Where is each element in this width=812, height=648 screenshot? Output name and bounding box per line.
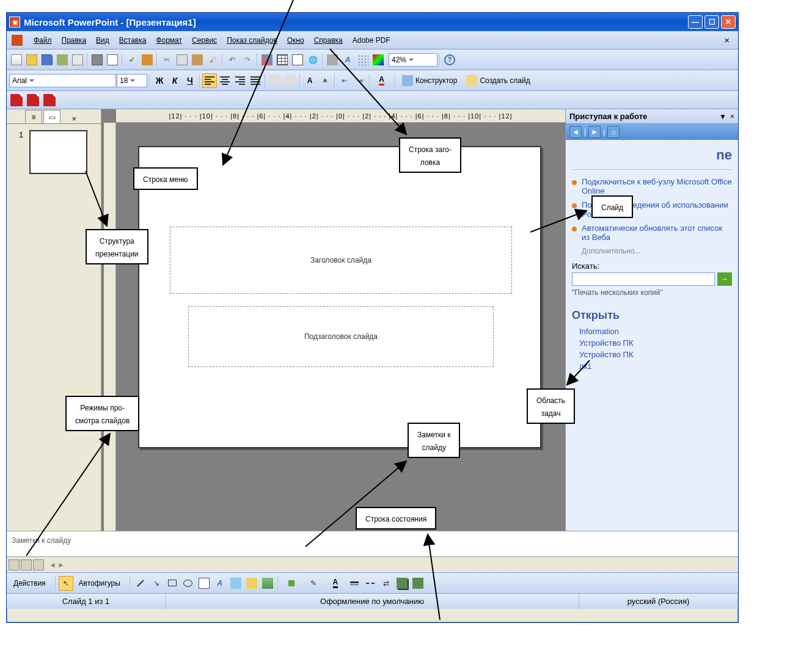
zoom-combo[interactable]: 42% — [389, 53, 437, 67]
slideshow-view-button[interactable] — [33, 559, 44, 570]
arrow-button[interactable]: ↘ — [149, 576, 164, 591]
menu-slideshow[interactable]: Показ слайдов — [222, 34, 282, 46]
font-combo[interactable]: Arial — [9, 74, 116, 87]
dash-style-button[interactable] — [363, 576, 378, 591]
sorter-view-button[interactable] — [21, 559, 32, 570]
menu-tools[interactable]: Сервис — [187, 34, 222, 46]
align-left-button[interactable] — [202, 73, 217, 88]
copy-button[interactable] — [175, 53, 189, 67]
select-button[interactable]: ↖ — [59, 576, 73, 591]
tp-more-link[interactable]: Дополнительно... — [572, 247, 732, 255]
line-color-button[interactable]: ✎ — [303, 576, 324, 591]
decrease-font-button[interactable]: A — [318, 73, 332, 88]
save-button[interactable] — [40, 53, 54, 67]
picture-button[interactable] — [260, 576, 275, 591]
tp-link-1[interactable]: Подключиться к веб-узлу Microsoft Office… — [582, 177, 732, 195]
design-button[interactable]: Конструктор — [398, 73, 461, 88]
menu-file[interactable]: Файл — [29, 34, 57, 46]
normal-view-button[interactable] — [9, 559, 20, 570]
close-button[interactable]: ✕ — [721, 15, 736, 29]
search-input[interactable] — [572, 272, 715, 286]
color-button[interactable] — [371, 53, 386, 67]
menu-view[interactable]: Вид — [91, 34, 114, 46]
pdf-btn3[interactable] — [42, 93, 57, 107]
increase-indent-button[interactable]: ⇥ — [353, 73, 367, 88]
search-go-button[interactable]: → — [717, 272, 732, 286]
recent-1[interactable]: Information — [572, 326, 732, 337]
rectangle-button[interactable] — [165, 576, 180, 591]
recent-3[interactable]: Устройство ПК — [572, 349, 732, 360]
taskpane-close-button[interactable]: × — [730, 112, 734, 121]
table-button[interactable] — [275, 53, 290, 67]
help-button[interactable]: ? — [442, 53, 457, 67]
grid-button[interactable] — [356, 53, 370, 67]
pdf-btn1[interactable] — [9, 93, 24, 107]
wordart-button[interactable]: A — [213, 576, 227, 591]
format-painter-button[interactable]: 🖌 — [205, 53, 220, 67]
shadow-button[interactable] — [395, 576, 409, 591]
arrow-style-button[interactable]: ⇄ — [379, 576, 393, 591]
align-center-button[interactable] — [218, 73, 232, 88]
panel-close-button[interactable]: × — [65, 114, 82, 123]
chart-button[interactable] — [260, 53, 274, 67]
menu-edit[interactable]: Правка — [57, 34, 92, 46]
slides-tab[interactable]: ▭ — [43, 110, 60, 123]
nav-back-button[interactable]: ◄ — [569, 126, 582, 138]
close-doc-button[interactable]: × — [720, 35, 733, 45]
recent-4[interactable]: лк1 — [572, 360, 732, 372]
paste-button[interactable] — [190, 53, 205, 67]
research-button[interactable] — [140, 53, 155, 67]
align-justify-button[interactable] — [248, 73, 263, 88]
textbox-button[interactable] — [197, 576, 211, 591]
line-style-button[interactable] — [347, 576, 362, 591]
email-button[interactable] — [70, 53, 85, 67]
notes-pane[interactable]: Заметки к слайду — [7, 531, 738, 556]
pdf-btn2[interactable] — [26, 93, 40, 107]
new-slide-button[interactable]: Создать слайд — [462, 73, 534, 88]
menu-window[interactable]: Окно — [282, 34, 309, 46]
align-right-button[interactable] — [233, 73, 247, 88]
clipart-button[interactable] — [244, 576, 259, 591]
menu-help[interactable]: Справка — [309, 34, 348, 46]
bullets-button[interactable] — [283, 73, 298, 88]
nav-fwd-button[interactable]: ► — [588, 126, 601, 138]
tables-borders-button[interactable] — [290, 53, 305, 67]
scroll-left-button[interactable]: ◄ — [49, 561, 56, 569]
oval-button[interactable] — [181, 576, 196, 591]
font-color-button2[interactable]: A — [325, 576, 346, 591]
3d-button[interactable] — [411, 576, 425, 591]
minimize-button[interactable]: — — [688, 15, 703, 29]
recent-2[interactable]: Устройство ПК — [572, 337, 732, 349]
undo-button[interactable]: ↶ — [225, 53, 240, 67]
open-button[interactable] — [24, 53, 39, 67]
fill-color-button[interactable] — [281, 576, 302, 591]
slide-thumbnail[interactable] — [29, 130, 87, 174]
menu-format[interactable]: Формат — [151, 34, 187, 46]
underline-button[interactable]: Ч — [183, 73, 197, 88]
decrease-indent-button[interactable]: ⇤ — [337, 73, 352, 88]
title-placeholder[interactable]: Заголовок слайда — [170, 227, 512, 294]
hyperlink-button[interactable]: 🌐 — [305, 53, 320, 67]
control-icon[interactable] — [12, 35, 23, 46]
nav-home-button[interactable]: ⌂ — [607, 126, 620, 138]
fontsize-combo[interactable]: 18 — [117, 74, 147, 87]
print-button[interactable] — [90, 53, 104, 67]
bold-button[interactable]: Ж — [152, 73, 167, 88]
spelling-button[interactable]: ✓ — [125, 53, 139, 67]
increase-font-button[interactable]: A — [302, 73, 317, 88]
permission-button[interactable] — [55, 53, 70, 67]
diagram-button[interactable] — [229, 576, 243, 591]
show-formatting-button[interactable]: A — [340, 53, 355, 67]
new-button[interactable] — [9, 53, 24, 67]
cut-button[interactable]: ✂ — [159, 53, 174, 67]
tp-link-3[interactable]: Автоматически обновлять этот список из В… — [582, 224, 732, 242]
scroll-right-button[interactable]: ► — [57, 561, 65, 569]
numbering-button[interactable] — [268, 73, 282, 88]
preview-button[interactable] — [105, 53, 120, 67]
outline-tab[interactable]: ≡ — [25, 110, 42, 123]
italic-button[interactable]: К — [167, 73, 182, 88]
slide-canvas[interactable]: Заголовок слайда Подзаголовок слайда — [138, 146, 541, 448]
autoshapes-menu[interactable]: Автофигуры — [75, 576, 127, 591]
redo-button[interactable]: ↷ — [240, 53, 255, 67]
subtitle-placeholder[interactable]: Подзаголовок слайда — [188, 306, 494, 367]
